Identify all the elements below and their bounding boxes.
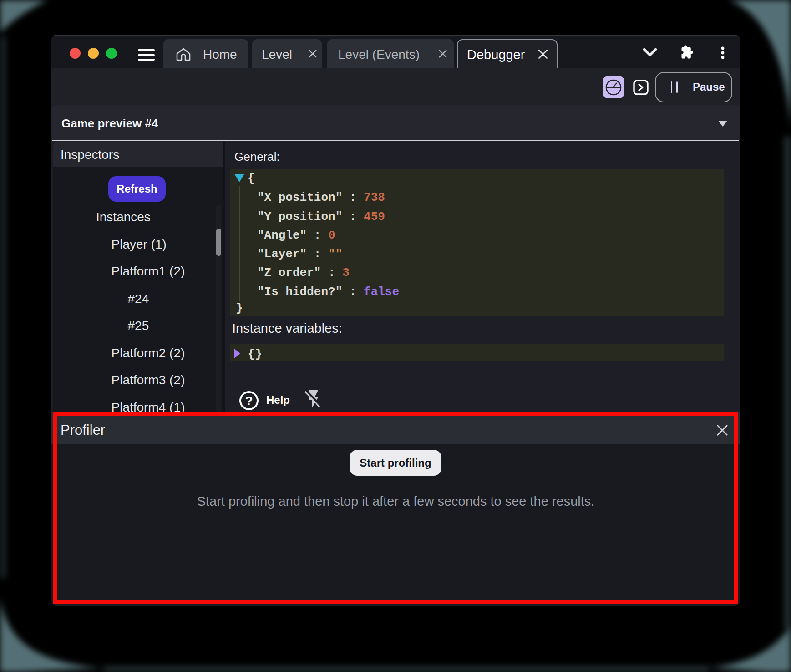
svg-text:?: ?: [245, 394, 253, 408]
